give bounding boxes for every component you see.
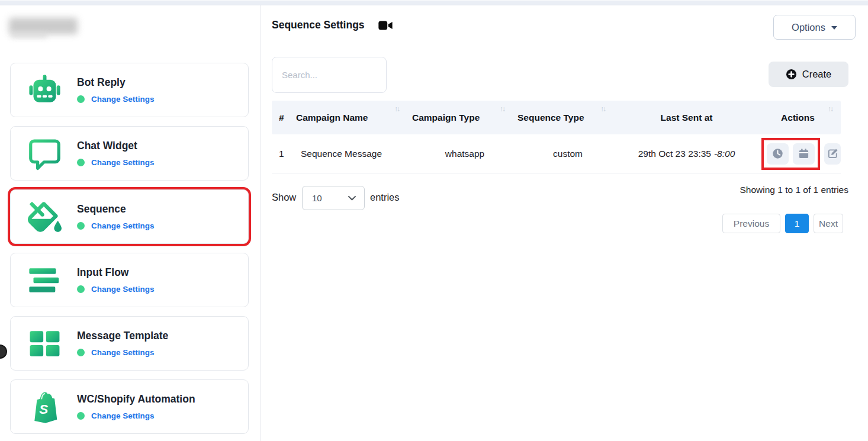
sidebar-divider	[260, 5, 261, 441]
edit-icon	[827, 148, 838, 159]
sidebar-card-message-template[interactable]: Message Template Change Settings	[10, 316, 249, 371]
table-row: 1 Sequence Message whatsapp custom 29th …	[272, 134, 841, 173]
chat-bubble-icon	[28, 137, 62, 170]
chevron-down-icon	[348, 196, 356, 201]
timezone-offset: -8:00	[714, 149, 735, 159]
card-title: Input Flow	[77, 266, 155, 279]
header-actions[interactable]: Actions ↑↓	[755, 101, 841, 134]
current-page-button[interactable]: 1	[785, 214, 809, 233]
status-dot-icon	[77, 159, 85, 166]
shopify-bag-icon: S	[28, 390, 62, 424]
schedule-time-button[interactable]	[767, 143, 789, 165]
header-num: #	[272, 101, 296, 134]
calendar-icon	[798, 148, 809, 159]
search-input[interactable]	[272, 57, 387, 93]
schedule-date-button[interactable]	[793, 143, 815, 165]
header-campaign-type[interactable]: Campaign Type ↑↓	[412, 101, 517, 134]
card-title: WC/Shopify Automation	[77, 393, 195, 405]
change-settings-link[interactable]: Change Settings	[91, 348, 155, 357]
paint-bucket-icon	[28, 200, 62, 234]
sequence-table: # Campaign Name ↑↓ Campaign Type ↑↓ Sequ…	[272, 101, 841, 173]
entries-summary: Showing 1 to 1 of 1 entries	[740, 185, 848, 195]
plus-circle-icon	[786, 69, 797, 80]
options-button[interactable]: Options	[773, 15, 856, 40]
sidebar-card-bot-reply[interactable]: Bot Reply Change Settings	[10, 63, 249, 117]
card-title: Chat Widget	[77, 140, 155, 152]
cell-actions	[755, 143, 841, 165]
floating-widget-handle[interactable]	[0, 345, 7, 359]
sort-icon[interactable]: ↑↓	[600, 105, 605, 113]
change-settings-link[interactable]: Change Settings	[91, 411, 155, 420]
cell-last-sent-at: 29th Oct 23 23:35 -8:00	[618, 149, 755, 159]
cell-campaign-type: whatsapp	[412, 149, 517, 159]
card-title: Sequence	[77, 203, 155, 215]
status-dot-icon	[77, 95, 85, 103]
page-title: Sequence Settings	[272, 19, 393, 31]
video-camera-icon[interactable]	[378, 20, 393, 31]
cell-sequence-type: custom	[517, 149, 618, 159]
sidebar-card-wc-shopify-automation[interactable]: S WC/Shopify Automation Change Settings	[10, 379, 249, 434]
card-title: Bot Reply	[77, 76, 155, 89]
pagination: Previous 1 Next	[722, 214, 843, 233]
show-label: Show	[272, 192, 296, 203]
change-settings-link[interactable]: Change Settings	[91, 95, 155, 104]
robot-icon	[28, 73, 62, 107]
next-page-button[interactable]: Next	[814, 214, 843, 233]
table-header-row: # Campaign Name ↑↓ Campaign Type ↑↓ Sequ…	[272, 101, 841, 134]
change-settings-link[interactable]: Change Settings	[91, 221, 155, 230]
sidebar-cards: Bot Reply Change Settings Chat Widget Ch…	[10, 63, 249, 434]
create-button[interactable]: Create	[769, 62, 848, 87]
svg-text:S: S	[39, 402, 48, 417]
sidebar-card-sequence[interactable]: Sequence Change Settings	[10, 189, 249, 244]
status-dot-icon	[77, 285, 85, 293]
top-border-band	[0, 1, 868, 5]
caret-down-icon	[831, 26, 837, 30]
grid-icon	[28, 327, 62, 360]
change-settings-link[interactable]: Change Settings	[91, 158, 155, 167]
bars-icon	[28, 263, 62, 297]
sidebar-card-input-flow[interactable]: Input Flow Change Settings	[10, 253, 249, 307]
previous-page-button[interactable]: Previous	[722, 214, 780, 233]
entries-label: entries	[370, 192, 400, 203]
status-dot-icon	[77, 412, 85, 420]
header-campaign-name[interactable]: Campaign Name ↑↓	[296, 101, 412, 134]
sort-icon[interactable]: ↑↓	[500, 105, 504, 113]
sidebar-card-chat-widget[interactable]: Chat Widget Change Settings	[10, 126, 249, 181]
cell-num: 1	[272, 149, 296, 159]
status-dot-icon	[77, 349, 85, 356]
plugin-logo-subtitle-blurred	[11, 33, 47, 38]
edit-button[interactable]	[824, 143, 841, 165]
clock-icon	[772, 148, 783, 159]
sort-icon[interactable]: ↑↓	[394, 105, 399, 113]
red-annotation-box-actions	[761, 138, 820, 170]
sort-icon[interactable]: ↑↓	[828, 105, 832, 113]
page-size-select[interactable]: 10	[302, 186, 365, 210]
status-dot-icon	[77, 222, 85, 230]
cell-campaign-name: Sequence Message	[296, 149, 412, 159]
change-settings-link[interactable]: Change Settings	[91, 285, 155, 294]
header-sequence-type[interactable]: Sequence Type ↑↓	[517, 101, 618, 134]
card-title: Message Template	[77, 330, 168, 342]
plugin-logo-blurred	[9, 18, 78, 34]
header-last-sent-at: Last Sent at	[618, 101, 755, 134]
